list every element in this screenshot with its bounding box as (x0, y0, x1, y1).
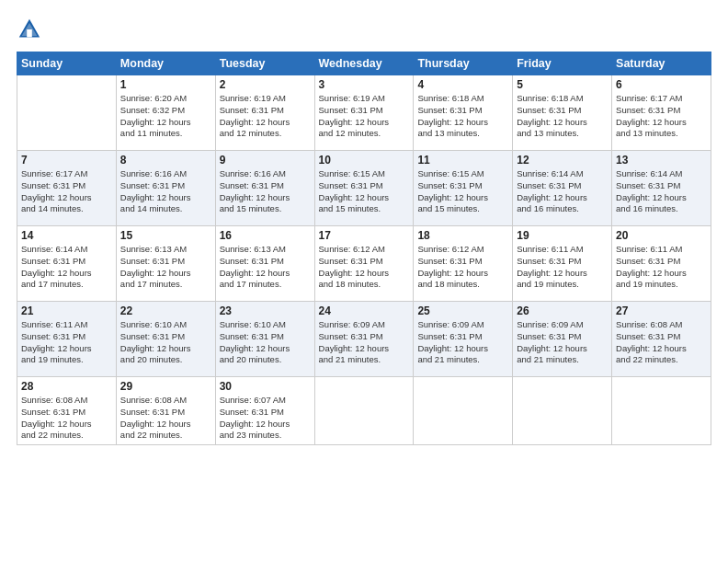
day-number: 26 (517, 304, 608, 317)
calendar-cell: 6Sunrise: 6:17 AM Sunset: 6:31 PM Daylig… (612, 75, 711, 151)
day-number: 13 (616, 154, 707, 167)
calendar-cell: 23Sunrise: 6:10 AM Sunset: 6:31 PM Dayli… (215, 302, 314, 377)
day-number: 25 (417, 304, 508, 317)
svg-rect-2 (27, 29, 32, 37)
calendar-cell: 10Sunrise: 6:15 AM Sunset: 6:31 PM Dayli… (314, 151, 414, 226)
calendar-cell: 1Sunrise: 6:20 AM Sunset: 6:32 PM Daylig… (116, 75, 215, 151)
calendar-cell: 5Sunrise: 6:18 AM Sunset: 6:31 PM Daylig… (513, 75, 612, 151)
weekday-header-sunday: Sunday (17, 52, 117, 75)
day-info: Sunrise: 6:09 AM Sunset: 6:31 PM Dayligh… (417, 319, 508, 366)
day-info: Sunrise: 6:13 AM Sunset: 6:31 PM Dayligh… (220, 244, 311, 291)
day-info: Sunrise: 6:08 AM Sunset: 6:31 PM Dayligh… (21, 395, 112, 442)
calendar-cell: 7Sunrise: 6:17 AM Sunset: 6:31 PM Daylig… (17, 151, 117, 226)
calendar-cell: 24Sunrise: 6:09 AM Sunset: 6:31 PM Dayli… (314, 302, 414, 377)
calendar-cell: 22Sunrise: 6:10 AM Sunset: 6:31 PM Dayli… (116, 302, 215, 377)
calendar-cell: 9Sunrise: 6:16 AM Sunset: 6:31 PM Daylig… (215, 151, 314, 226)
day-number: 16 (220, 229, 311, 242)
day-info: Sunrise: 6:07 AM Sunset: 6:31 PM Dayligh… (220, 395, 311, 442)
day-number: 4 (417, 78, 508, 91)
day-number: 11 (417, 154, 508, 167)
day-number: 27 (616, 304, 707, 317)
calendar-week-row: 14Sunrise: 6:14 AM Sunset: 6:31 PM Dayli… (17, 226, 711, 302)
day-number: 20 (616, 229, 707, 242)
day-number: 28 (21, 380, 112, 393)
day-number: 12 (517, 154, 608, 167)
calendar-cell (612, 377, 711, 445)
day-info: Sunrise: 6:16 AM Sunset: 6:31 PM Dayligh… (120, 168, 211, 215)
calendar-table: SundayMondayTuesdayWednesdayThursdayFrid… (17, 52, 711, 445)
day-info: Sunrise: 6:18 AM Sunset: 6:31 PM Dayligh… (417, 93, 508, 140)
calendar-cell: 27Sunrise: 6:08 AM Sunset: 6:31 PM Dayli… (612, 302, 711, 377)
calendar-week-row: 28Sunrise: 6:08 AM Sunset: 6:31 PM Dayli… (17, 377, 711, 445)
weekday-header-row: SundayMondayTuesdayWednesdayThursdayFrid… (17, 52, 711, 75)
day-number: 23 (220, 304, 311, 317)
calendar-cell: 26Sunrise: 6:09 AM Sunset: 6:31 PM Dayli… (513, 302, 612, 377)
calendar-cell: 15Sunrise: 6:13 AM Sunset: 6:31 PM Dayli… (116, 226, 215, 302)
day-info: Sunrise: 6:08 AM Sunset: 6:31 PM Dayligh… (120, 395, 211, 442)
calendar-cell: 11Sunrise: 6:15 AM Sunset: 6:31 PM Dayli… (414, 151, 513, 226)
calendar-week-row: 1Sunrise: 6:20 AM Sunset: 6:32 PM Daylig… (17, 75, 711, 151)
calendar-week-row: 7Sunrise: 6:17 AM Sunset: 6:31 PM Daylig… (17, 151, 711, 226)
day-info: Sunrise: 6:16 AM Sunset: 6:31 PM Dayligh… (220, 168, 311, 215)
day-info: Sunrise: 6:09 AM Sunset: 6:31 PM Dayligh… (517, 319, 608, 366)
day-info: Sunrise: 6:14 AM Sunset: 6:31 PM Dayligh… (21, 244, 112, 291)
day-number: 29 (120, 380, 211, 393)
page: SundayMondayTuesdayWednesdayThursdayFrid… (0, 0, 728, 563)
calendar-cell: 30Sunrise: 6:07 AM Sunset: 6:31 PM Dayli… (215, 377, 314, 445)
logo-icon (17, 17, 42, 42)
day-info: Sunrise: 6:17 AM Sunset: 6:31 PM Dayligh… (616, 93, 707, 140)
day-number: 5 (517, 78, 608, 91)
day-number: 10 (319, 154, 410, 167)
day-info: Sunrise: 6:11 AM Sunset: 6:31 PM Dayligh… (616, 244, 707, 291)
day-number: 24 (319, 304, 410, 317)
day-info: Sunrise: 6:14 AM Sunset: 6:31 PM Dayligh… (616, 168, 707, 215)
calendar-cell: 18Sunrise: 6:12 AM Sunset: 6:31 PM Dayli… (414, 226, 513, 302)
day-info: Sunrise: 6:11 AM Sunset: 6:31 PM Dayligh… (517, 244, 608, 291)
calendar-week-row: 21Sunrise: 6:11 AM Sunset: 6:31 PM Dayli… (17, 302, 711, 377)
day-number: 8 (120, 154, 211, 167)
calendar-cell: 4Sunrise: 6:18 AM Sunset: 6:31 PM Daylig… (414, 75, 513, 151)
logo (17, 17, 45, 42)
day-number: 6 (616, 78, 707, 91)
day-info: Sunrise: 6:15 AM Sunset: 6:31 PM Dayligh… (417, 168, 508, 215)
day-info: Sunrise: 6:15 AM Sunset: 6:31 PM Dayligh… (319, 168, 410, 215)
day-number: 21 (21, 304, 112, 317)
header (17, 17, 711, 42)
calendar-cell: 21Sunrise: 6:11 AM Sunset: 6:31 PM Dayli… (17, 302, 117, 377)
calendar-cell (17, 75, 117, 151)
calendar-cell: 25Sunrise: 6:09 AM Sunset: 6:31 PM Dayli… (414, 302, 513, 377)
calendar-cell: 28Sunrise: 6:08 AM Sunset: 6:31 PM Dayli… (17, 377, 117, 445)
day-number: 30 (220, 380, 311, 393)
day-number: 3 (319, 78, 410, 91)
weekday-header-thursday: Thursday (414, 52, 513, 75)
day-number: 7 (21, 154, 112, 167)
day-info: Sunrise: 6:10 AM Sunset: 6:31 PM Dayligh… (220, 319, 311, 366)
calendar-cell: 29Sunrise: 6:08 AM Sunset: 6:31 PM Dayli… (116, 377, 215, 445)
calendar-cell: 20Sunrise: 6:11 AM Sunset: 6:31 PM Dayli… (612, 226, 711, 302)
calendar-cell: 19Sunrise: 6:11 AM Sunset: 6:31 PM Dayli… (513, 226, 612, 302)
day-number: 14 (21, 229, 112, 242)
day-info: Sunrise: 6:19 AM Sunset: 6:31 PM Dayligh… (220, 93, 311, 140)
calendar-cell: 8Sunrise: 6:16 AM Sunset: 6:31 PM Daylig… (116, 151, 215, 226)
weekday-header-wednesday: Wednesday (314, 52, 414, 75)
day-info: Sunrise: 6:20 AM Sunset: 6:32 PM Dayligh… (120, 93, 211, 140)
calendar-cell (414, 377, 513, 445)
day-number: 15 (120, 229, 211, 242)
day-info: Sunrise: 6:10 AM Sunset: 6:31 PM Dayligh… (120, 319, 211, 366)
calendar-cell (513, 377, 612, 445)
weekday-header-saturday: Saturday (612, 52, 711, 75)
day-info: Sunrise: 6:17 AM Sunset: 6:31 PM Dayligh… (21, 168, 112, 215)
calendar-cell: 12Sunrise: 6:14 AM Sunset: 6:31 PM Dayli… (513, 151, 612, 226)
day-number: 17 (319, 229, 410, 242)
calendar-cell (314, 377, 414, 445)
calendar-cell: 3Sunrise: 6:19 AM Sunset: 6:31 PM Daylig… (314, 75, 414, 151)
day-info: Sunrise: 6:09 AM Sunset: 6:31 PM Dayligh… (319, 319, 410, 366)
weekday-header-friday: Friday (513, 52, 612, 75)
day-number: 19 (517, 229, 608, 242)
day-info: Sunrise: 6:18 AM Sunset: 6:31 PM Dayligh… (517, 93, 608, 140)
day-info: Sunrise: 6:14 AM Sunset: 6:31 PM Dayligh… (517, 168, 608, 215)
day-info: Sunrise: 6:19 AM Sunset: 6:31 PM Dayligh… (319, 93, 410, 140)
calendar-cell: 2Sunrise: 6:19 AM Sunset: 6:31 PM Daylig… (215, 75, 314, 151)
weekday-header-monday: Monday (116, 52, 215, 75)
day-info: Sunrise: 6:08 AM Sunset: 6:31 PM Dayligh… (616, 319, 707, 366)
